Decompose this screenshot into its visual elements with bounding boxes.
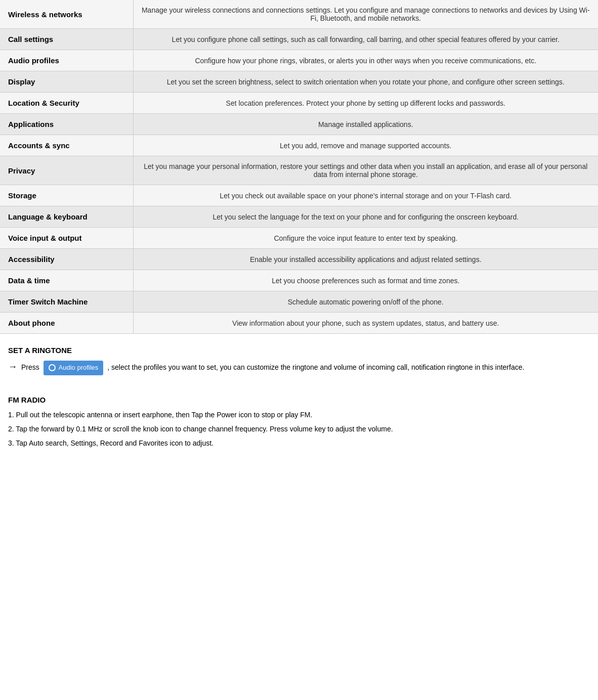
setting-description: Let you select the language for the text… bbox=[133, 206, 598, 228]
setting-description: Let you configure phone call settings, s… bbox=[133, 29, 598, 50]
setting-description: Let you choose preferences such as forma… bbox=[133, 270, 598, 291]
setting-description: Manage installed applications. bbox=[133, 114, 598, 135]
table-row[interactable]: PrivacyLet you manage your personal info… bbox=[0, 156, 598, 185]
audio-profiles-icon bbox=[49, 364, 56, 371]
table-row[interactable]: DisplayLet you set the screen brightness… bbox=[0, 71, 598, 93]
table-row[interactable]: Call settingsLet you configure phone cal… bbox=[0, 29, 598, 50]
setting-description: Schedule automatic powering on/off of th… bbox=[133, 291, 598, 313]
press-text: , select the profiles you want to set, y… bbox=[107, 363, 524, 371]
table-row[interactable]: Audio profilesConfigure how your phone r… bbox=[0, 50, 598, 71]
fm-section: FM RADIO 1. Pull out the telescopic ante… bbox=[0, 387, 598, 460]
setting-label: Wireless & networks bbox=[0, 0, 133, 29]
table-row[interactable]: Accounts & syncLet you add, remove and m… bbox=[0, 135, 598, 156]
press-line: → Press Audio profiles , select the prof… bbox=[8, 360, 590, 375]
setting-description: Configure how your phone rings, vibrates… bbox=[133, 50, 598, 71]
list-item: 1. Pull out the telescopic antenna or in… bbox=[8, 409, 590, 420]
setting-description: Let you set the screen brightness, selec… bbox=[133, 71, 598, 93]
setting-description: Let you check out available space on you… bbox=[133, 185, 598, 206]
table-row[interactable]: Location & SecuritySet location preferen… bbox=[0, 93, 598, 114]
setting-label: Call settings bbox=[0, 29, 133, 50]
table-row[interactable]: AccessibilityEnable your installed acces… bbox=[0, 249, 598, 270]
setting-label: Voice input & output bbox=[0, 228, 133, 249]
arrow-icon: → bbox=[8, 360, 17, 374]
setting-description: Set location preferences. Protect your p… bbox=[133, 93, 598, 114]
setting-description: Manage your wireless connections and con… bbox=[133, 0, 598, 29]
ringtone-title: SET A RINGTONE bbox=[8, 346, 590, 355]
table-row[interactable]: StorageLet you check out available space… bbox=[0, 185, 598, 206]
setting-label: Privacy bbox=[0, 156, 133, 185]
fm-list: 1. Pull out the telescopic antenna or in… bbox=[8, 409, 590, 449]
table-row[interactable]: Wireless & networksManage your wireless … bbox=[0, 0, 598, 29]
setting-label: Storage bbox=[0, 185, 133, 206]
list-item: 2. Tap the forward by 0.1 MHz or scroll … bbox=[8, 423, 590, 434]
setting-label: Accounts & sync bbox=[0, 135, 133, 156]
setting-label: Data & time bbox=[0, 270, 133, 291]
table-row[interactable]: About phoneView information about your p… bbox=[0, 313, 598, 334]
ringtone-section: SET A RINGTONE → Press Audio profiles , … bbox=[0, 334, 598, 387]
setting-label: Display bbox=[0, 71, 133, 93]
settings-table: Wireless & networksManage your wireless … bbox=[0, 0, 598, 334]
list-item: 3. Tap Auto search, Settings, Record and… bbox=[8, 438, 590, 449]
table-row[interactable]: Voice input & outputConfigure the voice … bbox=[0, 228, 598, 249]
setting-label: Audio profiles bbox=[0, 50, 133, 71]
setting-description: Let you add, remove and manage supported… bbox=[133, 135, 598, 156]
table-row[interactable]: Language & keyboardLet you select the la… bbox=[0, 206, 598, 228]
setting-description: Configure the voice input feature to ent… bbox=[133, 228, 598, 249]
setting-description: View information about your phone, such … bbox=[133, 313, 598, 334]
table-row[interactable]: Timer Switch MachineSchedule automatic p… bbox=[0, 291, 598, 313]
press-label: Press bbox=[21, 363, 39, 371]
audio-profiles-btn-label: Audio profiles bbox=[59, 363, 99, 373]
fm-title: FM RADIO bbox=[8, 396, 590, 404]
setting-label: Timer Switch Machine bbox=[0, 291, 133, 313]
table-row[interactable]: ApplicationsManage installed application… bbox=[0, 114, 598, 135]
audio-profiles-button[interactable]: Audio profiles bbox=[44, 361, 104, 375]
setting-description: Enable your installed accessibility appl… bbox=[133, 249, 598, 270]
setting-description: Let you manage your personal information… bbox=[133, 156, 598, 185]
setting-label: Location & Security bbox=[0, 93, 133, 114]
setting-label: Language & keyboard bbox=[0, 206, 133, 228]
setting-label: Accessibility bbox=[0, 249, 133, 270]
table-row[interactable]: Data & timeLet you choose preferences su… bbox=[0, 270, 598, 291]
setting-label: Applications bbox=[0, 114, 133, 135]
setting-label: About phone bbox=[0, 313, 133, 334]
